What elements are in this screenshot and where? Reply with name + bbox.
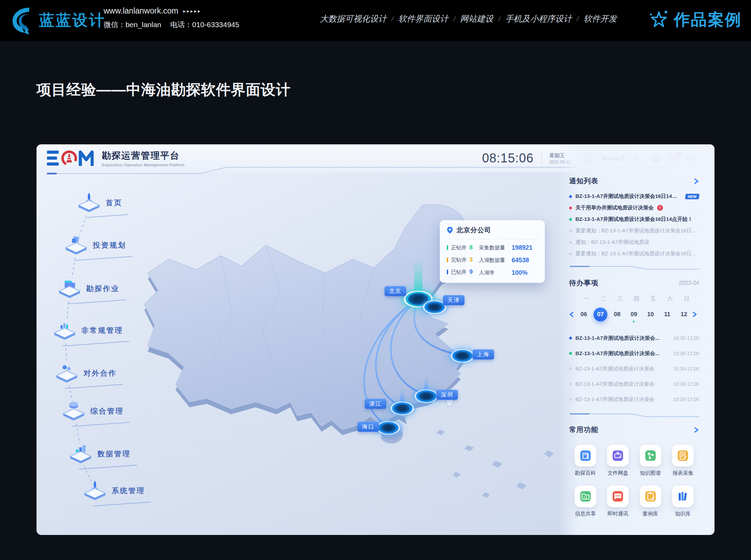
marker-shenzhen[interactable] <box>416 390 436 402</box>
site-nav: 大数据可视化设计 / 软件界面设计 / 网站建设 / 手机及小程序设计 / 软件… <box>320 13 626 24</box>
sidebar-item-investment-planning[interactable]: 投资规划 <box>64 234 126 256</box>
func-report-collection[interactable]: 报表采集 <box>667 445 700 477</box>
sidebar-item-unconventional-mgmt[interactable]: 非常规管理 <box>52 320 123 341</box>
city-label-shenzhen[interactable]: 深圳 <box>436 390 458 400</box>
sidebar-item-comprehensive-mgmt[interactable]: 综合管理 <box>61 400 124 422</box>
calendar-next-icon[interactable] <box>692 312 697 317</box>
calendar-date[interactable]: 10 <box>642 306 659 323</box>
popup-title: 北京分公司 <box>457 226 491 235</box>
page-title: 项目经验——中海油勘探软件界面设计 <box>37 80 291 99</box>
chevron-right-icon[interactable] <box>694 178 699 184</box>
notification-item[interactable]: 关于用举办井测试地质设计决策会 ! <box>569 202 699 214</box>
nav-item-mobile-miniapp[interactable]: 手机及小程序设计 <box>505 13 572 24</box>
status-dot <box>569 337 572 339</box>
section-divider <box>569 413 699 418</box>
calendar-date[interactable]: 11 <box>659 306 676 323</box>
status-dot <box>569 218 572 221</box>
func-exploration-wiki[interactable]: 勘探百科 <box>569 445 602 477</box>
nav-item-website[interactable]: 网站建设 <box>460 13 493 24</box>
sidebar-item-label: 系统管理 <box>112 486 145 496</box>
marker-zhanjiang[interactable] <box>392 402 412 414</box>
sidebar-item-data-mgmt[interactable]: 数据管理 <box>68 443 131 465</box>
nav-item-software-ui[interactable]: 软件界面设计 <box>398 13 449 24</box>
external-cooperation-icon <box>54 362 79 384</box>
sidebar-item-label: 勘探作业 <box>86 284 120 294</box>
city-label-beijing[interactable]: 北京 <box>385 286 406 296</box>
notification-item[interactable]: BZ-13-1-A7井测试地质设计决策会16日14点开始！ <box>569 214 699 225</box>
sidebar-item-home[interactable]: 首页 <box>76 192 122 214</box>
todo-item[interactable]: BZ-13-1-A7井测试地质设计决策会 10:30-12:00 <box>569 392 699 407</box>
status-dot <box>569 352 572 355</box>
calendar-date[interactable]: 12 <box>676 306 692 323</box>
marker-shanghai[interactable] <box>452 350 473 362</box>
calendar-date-selected[interactable]: 07 <box>592 306 609 323</box>
weekday-mon: 一 <box>578 295 595 303</box>
status-dot <box>569 195 572 198</box>
data-stats: 采集数据量 198921 入湖数据量 64538 入湖率 100% <box>479 244 532 277</box>
status-dot <box>569 383 572 385</box>
wechat-label: 微信：ben_lanlan <box>104 20 161 30</box>
todo-title: 待办事项 <box>569 278 598 288</box>
city-label-zhanjiang[interactable]: 湛江 <box>365 399 386 409</box>
portfolio-label: 作品案例 <box>674 9 742 31</box>
city-label-haikou[interactable]: 海口 <box>357 422 379 432</box>
func-file-drive[interactable]: 文件网盘 <box>602 445 635 477</box>
todo-item[interactable]: BZ-13-1-A7井测试地质设计决策会 10:30-12:00 <box>569 376 699 392</box>
calendar-date[interactable]: 08 <box>609 306 625 323</box>
func-instant-messaging[interactable]: 即时通讯 <box>602 486 635 517</box>
func-info-sharing[interactable]: 信息共享 <box>569 486 602 517</box>
notification-list: BZ-13-1-A7井测试地质设计决策会16日14点开始 NEW 关于用举办井测… <box>569 191 699 259</box>
unconventional-mgmt-icon <box>52 320 77 341</box>
sea-decor-shards <box>436 430 554 498</box>
sidebar-item-label: 投资规划 <box>93 240 126 250</box>
dashboard-screenshot: 勘探运营管理平台 Exploration Operation Managemen… <box>37 144 714 535</box>
star-wand-icon <box>649 9 669 30</box>
portfolio-link[interactable]: 作品案例 <box>649 9 742 31</box>
city-label-tianjin[interactable]: 天津 <box>443 295 465 305</box>
todo-item[interactable]: BZ-13-1-A7井测试地质设计决策会... 10:30-12:00 <box>569 330 699 346</box>
notification-item[interactable]: BZ-13-1-A7井测试地质设计决策会16日14点开始 NEW <box>569 191 699 202</box>
nav-item-software-dev[interactable]: 软件开发 <box>583 13 617 24</box>
city-label-shanghai[interactable]: 上海 <box>473 350 494 360</box>
location-pin-icon <box>447 226 453 234</box>
calendar-date-row: 06 07 08 09 10 11 12 <box>569 306 699 323</box>
home-rocket-icon <box>76 192 102 214</box>
exploration-ops-icon <box>57 278 82 299</box>
arrows-decoration: ▸▸▸▸▸ <box>183 8 202 14</box>
book-icon <box>579 449 592 463</box>
todo-header: 待办事项 2023-04 <box>569 278 699 288</box>
marker-haikou[interactable] <box>378 422 398 434</box>
sidebar-item-external-cooperation[interactable]: 对外合作 <box>54 362 117 384</box>
drive-icon <box>611 449 625 463</box>
calendar-date[interactable]: 06 <box>575 306 592 323</box>
tick-orange <box>447 257 448 262</box>
event-dot-green <box>633 321 635 322</box>
calendar-date[interactable]: 09 <box>625 306 642 323</box>
event-dot-blue <box>600 321 601 322</box>
weekday-thu: 四 <box>628 295 645 303</box>
share-folder-icon <box>579 489 592 503</box>
func-case-library[interactable]: 案例库 <box>634 486 667 517</box>
status-dot <box>569 367 572 370</box>
notification-item[interactable]: 通知：BZ-13-1-A7井测试地质设 <box>569 237 699 248</box>
todo-item[interactable]: BZ-13-1-A7井测试地质设计决策会 10:30-12:00 <box>569 361 699 376</box>
sidebar-item-system-mgmt[interactable]: 系统管理 <box>82 480 145 502</box>
sidebar-item-exploration-ops[interactable]: 勘探作业 <box>57 278 120 299</box>
library-books-icon <box>676 489 690 503</box>
nav-item-bigdata-viz[interactable]: 大数据可视化设计 <box>320 13 387 24</box>
site-url[interactable]: www.lanlanwork.com <box>104 6 178 16</box>
lanlan-logo[interactable]: 蓝蓝设计 <box>9 5 106 35</box>
status-dot <box>569 241 572 244</box>
notification-item[interactable]: 重要通知：BZ-13-1-A7井测试地质设计决策会16日14... <box>569 248 699 259</box>
right-panel: 通知列表 BZ-13-1-A7井测试地质设计决策会16日14点开始 NEW 关于… <box>558 144 714 535</box>
calendar-prev-icon[interactable] <box>569 312 574 317</box>
func-knowledge-base[interactable]: 知识库 <box>667 486 700 517</box>
func-knowledge-graph[interactable]: 知识图谱 <box>634 445 667 477</box>
chevron-right-icon[interactable] <box>694 427 699 433</box>
todo-item[interactable]: BZ-13-1-A7井测试地质设计决策会... 10:30-12:00 <box>569 346 699 361</box>
notification-item[interactable]: 重要通知：BZ-13-1-A7井测试地质设计决策会16日14... <box>569 225 699 237</box>
marker-tianjin[interactable] <box>425 301 445 313</box>
beijing-branch-popup: 北京分公司 正钻井 8 完钻井 3 已钻井 9 <box>440 220 545 283</box>
section-divider <box>569 265 699 271</box>
data-mgmt-icon <box>68 443 93 465</box>
